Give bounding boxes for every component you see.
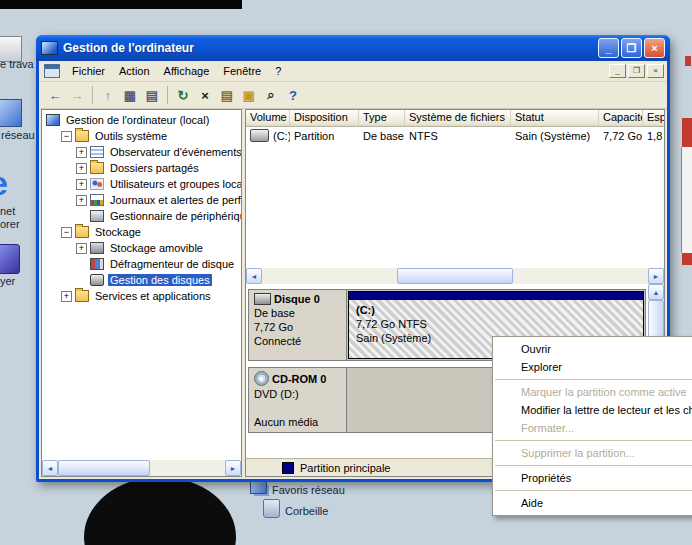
disk-label[interactable]: CD-ROM 0DVD (D:)Aucun média xyxy=(249,368,346,432)
properties-sheet-icon[interactable]: ▤ xyxy=(216,85,238,105)
console-tree-pane: Gestion de l'ordinateur (local)−Outils s… xyxy=(41,109,242,477)
menu-affichage[interactable]: Affichage xyxy=(157,63,217,79)
tree-item-gestion-des-disques[interactable]: Gestion des disques xyxy=(42,272,241,288)
title-bar[interactable]: Gestion de l'ordinateur _❐× xyxy=(36,35,670,61)
network-label[interactable]: réseau xyxy=(1,129,35,141)
help-icon[interactable]: ? xyxy=(282,85,304,105)
scrollbar-thumb[interactable] xyxy=(58,460,150,476)
internet-explorer-label-line2[interactable]: orer xyxy=(0,218,20,230)
context-menu-item-supprimer-partition[interactable]: Supprimer la partition... xyxy=(493,444,692,462)
context-menu-item-ouvrir[interactable]: Ouvrir xyxy=(493,340,692,358)
scroll-right-icon[interactable]: ► xyxy=(648,268,664,284)
volume-row[interactable]: (C:)PartitionDe baseNTFSSain (Système)7,… xyxy=(246,127,664,144)
tree-item-dossiers-partages[interactable]: +Dossiers partagés xyxy=(42,160,241,176)
menu-fichier[interactable]: Fichier xyxy=(65,63,112,79)
close-button[interactable]: × xyxy=(644,38,665,58)
collapse-minus-icon[interactable]: − xyxy=(61,131,72,142)
tree-item-outils-systeme[interactable]: −Outils système xyxy=(42,128,241,144)
minimize-button[interactable]: _ xyxy=(598,38,619,58)
tree-item-journaux-alertes-performance[interactable]: +Journaux et alertes de perfo xyxy=(42,192,241,208)
volume-cell-3: NTFS xyxy=(405,130,511,142)
tree-item-gestionnaire-peripheriques[interactable]: Gestionnaire de périphérique xyxy=(42,208,241,224)
expand-plus-icon[interactable]: + xyxy=(76,163,87,174)
expand-plus-icon[interactable]: + xyxy=(76,179,87,190)
my-computer-label[interactable]: e trava xyxy=(0,58,34,70)
column-header-4[interactable]: Statut xyxy=(511,110,599,127)
delete-icon[interactable]: × xyxy=(194,85,216,105)
tree-item-gestion-ordinateur-local[interactable]: Gestion de l'ordinateur (local) xyxy=(42,112,241,128)
scrollbar-track[interactable] xyxy=(262,268,648,284)
network-icon[interactable] xyxy=(0,99,22,127)
legend-label: Partition principale xyxy=(300,462,391,474)
tree-item-defragmenteur-disque[interactable]: Défragmenteur de disque xyxy=(42,256,241,272)
context-menu-item-aide[interactable]: Aide xyxy=(493,494,692,512)
expand-plus-icon[interactable]: + xyxy=(76,147,87,158)
titlebar-buttons: _❐× xyxy=(596,38,665,58)
expand-plus-icon[interactable]: + xyxy=(76,243,87,254)
forward-icon[interactable]: → xyxy=(66,85,88,105)
column-header-6[interactable]: Esp xyxy=(643,110,664,127)
column-header-5[interactable]: Capacité xyxy=(599,110,643,127)
tree-item-stockage[interactable]: −Stockage xyxy=(42,224,241,240)
menu-fenetre[interactable]: Fenêtre xyxy=(216,63,268,79)
context-menu-item-marquer-partition-active[interactable]: Marquer la partition comme active xyxy=(493,383,692,401)
column-header-2[interactable]: Type xyxy=(359,110,405,127)
cdrom-icon xyxy=(254,371,269,386)
disk-label[interactable]: Disque 0De base7,72 GoConnecté xyxy=(249,290,346,360)
collapse-minus-icon[interactable]: − xyxy=(61,227,72,238)
background-window-fragment xyxy=(682,118,692,147)
tree-item-label: Services et applications xyxy=(93,290,213,302)
tree-horizontal-scrollbar[interactable]: ◄ ► xyxy=(42,460,241,476)
expand-plus-icon[interactable]: + xyxy=(61,291,72,302)
context-menu-item-formater[interactable]: Formater... xyxy=(493,419,692,437)
disk-management-icon xyxy=(90,274,104,286)
show-tree-icon[interactable]: ▦ xyxy=(119,85,141,105)
tree-item-label: Stockage amovible xyxy=(108,242,205,254)
recycle-bin-icon[interactable] xyxy=(263,499,280,518)
internet-explorer-icon[interactable]: e xyxy=(0,168,21,202)
disk-info-line xyxy=(254,401,341,415)
tree-item-label: Gestion de l'ordinateur (local) xyxy=(64,114,211,126)
up-level-icon[interactable]: ↑ xyxy=(97,85,119,105)
tree-item-observateur-evenements[interactable]: +Observateur d'événements xyxy=(42,144,241,160)
column-header-3[interactable]: Système de fichiers xyxy=(405,110,511,127)
scroll-up-icon[interactable]: ▲ xyxy=(648,284,664,300)
media-player-icon[interactable] xyxy=(0,244,20,274)
recycle-bin-label[interactable]: Corbeille xyxy=(285,505,328,517)
scroll-left-icon[interactable]: ◄ xyxy=(246,268,262,284)
tree-item-stockage-amovible[interactable]: +Stockage amovible xyxy=(42,240,241,256)
mdi-minimize-button[interactable]: _ xyxy=(609,64,626,78)
refresh-icon[interactable]: ↻ xyxy=(172,85,194,105)
context-menu-item-proprietes[interactable]: Propriétés xyxy=(493,469,692,487)
restore-button[interactable]: ❐ xyxy=(621,38,642,58)
disk-info-line: 7,72 Go xyxy=(254,320,341,334)
open-folder-icon[interactable]: ▣ xyxy=(238,85,260,105)
context-menu-item-modifier-lettre-lecteur[interactable]: Modifier la lettre de lecteur et les che… xyxy=(493,401,692,419)
tree-item-services-applications[interactable]: +Services et applications xyxy=(42,288,241,304)
media-player-label[interactable]: yer xyxy=(0,275,15,287)
mdi-close-button[interactable]: × xyxy=(647,64,664,78)
context-menu-item-explorer[interactable]: Explorer xyxy=(493,358,692,376)
scroll-left-icon[interactable]: ◄ xyxy=(42,460,58,476)
tree-item-utilisateurs-groupes-locaux[interactable]: +Utilisateurs et groupes locau xyxy=(42,176,241,192)
expand-plus-icon[interactable]: + xyxy=(76,195,87,206)
back-icon[interactable]: ← xyxy=(44,85,66,105)
properties-icon[interactable]: ▤ xyxy=(141,85,163,105)
internet-explorer-label-line1[interactable]: net xyxy=(0,205,15,217)
volume-list-horizontal-scrollbar[interactable]: ◄ ► xyxy=(246,268,664,284)
column-header-0[interactable]: Volume xyxy=(246,110,290,127)
network-places-icon[interactable] xyxy=(250,481,267,494)
scrollbar-thumb[interactable] xyxy=(397,268,513,284)
menu-aide[interactable]: ? xyxy=(268,63,288,79)
magnifier-icon[interactable]: ⌕ xyxy=(260,85,282,105)
menu-action[interactable]: Action xyxy=(112,63,157,79)
scroll-right-icon[interactable]: ► xyxy=(225,460,241,476)
window-title: Gestion de l'ordinateur xyxy=(63,41,596,55)
tree-item-label: Stockage xyxy=(93,226,143,238)
column-header-1[interactable]: Disposition xyxy=(290,110,359,127)
network-places-label[interactable]: Favoris réseau xyxy=(272,484,345,496)
wallpaper-dark-strip xyxy=(0,0,242,9)
scrollbar-track[interactable] xyxy=(58,460,225,476)
toolbar-separator xyxy=(92,86,93,104)
mdi-restore-button[interactable]: ❐ xyxy=(628,64,645,78)
